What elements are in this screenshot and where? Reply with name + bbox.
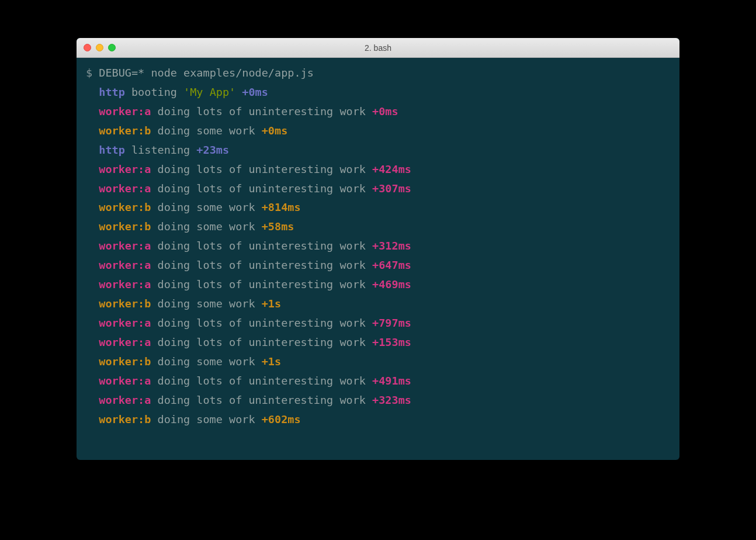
- log-message: doing lots of uninteresting work: [158, 394, 366, 406]
- log-namespace: http: [99, 144, 125, 156]
- log-namespace: worker:a: [99, 317, 151, 329]
- log-time: +1s: [262, 297, 281, 310]
- log-time: +0ms: [262, 124, 288, 137]
- log-namespace: worker:a: [99, 278, 151, 290]
- log-time: +307ms: [372, 182, 411, 195]
- log-namespace: worker:b: [99, 355, 151, 368]
- log-time: +58ms: [262, 220, 294, 233]
- log-line: worker:a doing lots of uninteresting wor…: [86, 160, 670, 179]
- log-line: worker:b doing some work +602ms: [86, 410, 670, 430]
- command-line: $ DEBUG=* node examples/node/app.js: [86, 64, 670, 83]
- minimize-icon[interactable]: [96, 44, 103, 51]
- window-title: 2. bash: [365, 43, 391, 53]
- log-namespace: worker:b: [99, 297, 151, 310]
- log-time: +153ms: [372, 336, 411, 348]
- log-line: worker:a doing lots of uninteresting wor…: [86, 237, 670, 256]
- log-message: booting: [131, 86, 183, 98]
- log-time: +797ms: [372, 317, 411, 329]
- log-namespace: http: [99, 86, 125, 98]
- log-line: worker:b doing some work +0ms: [86, 122, 670, 141]
- log-namespace: worker:a: [99, 240, 151, 252]
- terminal-content[interactable]: $ DEBUG=* node examples/node/app.js http…: [77, 58, 679, 435]
- log-line: worker:b doing some work +1s: [86, 352, 670, 372]
- log-time: +323ms: [372, 394, 411, 406]
- log-line: worker:b doing some work +814ms: [86, 198, 670, 217]
- log-message: doing lots of uninteresting work: [158, 259, 366, 271]
- log-namespace: worker:a: [99, 259, 151, 271]
- log-output: http booting 'My App' +0msworker:a doing…: [86, 83, 670, 430]
- log-namespace: worker:b: [99, 201, 151, 213]
- log-line: worker:b doing some work +58ms: [86, 217, 670, 237]
- log-message: doing lots of uninteresting work: [158, 105, 366, 117]
- log-line: http booting 'My App' +0ms: [86, 83, 670, 102]
- log-time: +0ms: [372, 105, 398, 117]
- log-message: doing lots of uninteresting work: [158, 240, 366, 252]
- log-time: +1s: [262, 355, 281, 368]
- log-message: doing some work: [158, 220, 255, 233]
- log-message: doing some work: [158, 124, 255, 137]
- log-message: listening: [131, 144, 190, 156]
- log-namespace: worker:a: [99, 163, 151, 175]
- log-namespace: worker:a: [99, 105, 151, 117]
- log-line: worker:b doing some work +1s: [86, 295, 670, 314]
- log-line: worker:a doing lots of uninteresting wor…: [86, 372, 670, 391]
- log-namespace: worker:a: [99, 375, 151, 387]
- log-time: +602ms: [262, 413, 301, 425]
- log-message: doing lots of uninteresting work: [158, 317, 366, 329]
- log-string: 'My App': [183, 86, 235, 98]
- log-message: doing some work: [158, 297, 255, 310]
- command-text: DEBUG=* node examples/node/app.js: [99, 67, 314, 79]
- log-line: worker:a doing lots of uninteresting wor…: [86, 314, 670, 333]
- log-time: +312ms: [372, 240, 411, 252]
- close-icon[interactable]: [84, 44, 91, 51]
- log-message: doing lots of uninteresting work: [158, 182, 366, 195]
- log-line: http listening +23ms: [86, 141, 670, 160]
- log-message: doing some work: [158, 355, 255, 368]
- log-time: +0ms: [242, 86, 268, 98]
- log-time: +647ms: [372, 259, 411, 271]
- log-message: doing some work: [158, 413, 255, 425]
- log-time: +814ms: [262, 201, 301, 213]
- traffic-lights: [84, 44, 116, 51]
- log-namespace: worker:a: [99, 182, 151, 195]
- log-line: worker:a doing lots of uninteresting wor…: [86, 102, 670, 122]
- window-titlebar[interactable]: 2. bash: [77, 38, 679, 58]
- log-time: +23ms: [196, 144, 229, 156]
- log-namespace: worker:b: [99, 413, 151, 425]
- log-message: doing lots of uninteresting work: [158, 278, 366, 290]
- log-namespace: worker:a: [99, 394, 151, 406]
- log-line: worker:a doing lots of uninteresting wor…: [86, 275, 670, 295]
- log-time: +424ms: [372, 163, 411, 175]
- log-message: doing lots of uninteresting work: [158, 336, 366, 348]
- log-time: +469ms: [372, 278, 411, 290]
- terminal-window: 2. bash $ DEBUG=* node examples/node/app…: [77, 38, 679, 460]
- log-namespace: worker:b: [99, 220, 151, 233]
- zoom-icon[interactable]: [108, 44, 116, 51]
- log-line: worker:a doing lots of uninteresting wor…: [86, 391, 670, 410]
- log-message: doing lots of uninteresting work: [158, 163, 366, 175]
- log-time: +491ms: [372, 375, 411, 387]
- log-namespace: worker:a: [99, 336, 151, 348]
- prompt: $: [86, 67, 99, 79]
- log-line: worker:a doing lots of uninteresting wor…: [86, 333, 670, 352]
- log-message: doing lots of uninteresting work: [158, 375, 366, 387]
- log-namespace: worker:b: [99, 124, 151, 137]
- log-message: doing some work: [158, 201, 255, 213]
- log-line: worker:a doing lots of uninteresting wor…: [86, 256, 670, 275]
- log-line: worker:a doing lots of uninteresting wor…: [86, 179, 670, 199]
